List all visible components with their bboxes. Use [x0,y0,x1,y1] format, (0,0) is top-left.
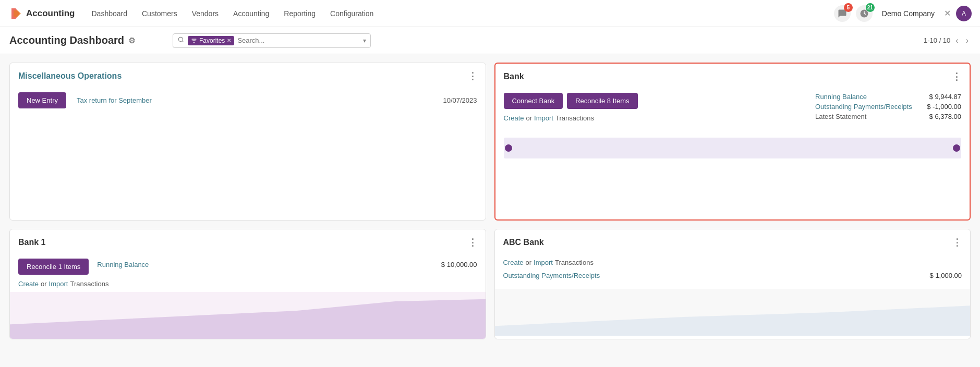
create-link[interactable]: Create [504,114,524,122]
nav-item-vendors[interactable]: Vendors [186,6,225,21]
top-nav: Accounting Dashboard Customers Vendors A… [0,0,980,27]
abc-or-text: or [526,259,532,266]
outstanding-value: $ -1,000.00 [927,103,961,111]
main-content: Miscellaneous Operations ⋮ New Entry Tax… [0,54,980,348]
abc-top-row: Create or Import Transactions [503,259,962,266]
messages-badge[interactable]: 5 [834,5,851,22]
abc-card-title: ABC Bank [503,238,544,247]
bank-card-title: Bank [504,72,524,81]
abc-links: Create or Import Transactions [503,259,594,266]
bank1-balance-row: Running Balance $ 10,000.00 [97,261,477,268]
tax-return-link[interactable]: Tax return for September [77,96,152,104]
app-logo-icon [8,6,23,21]
close-icon[interactable]: ✕ [944,8,951,18]
bank1-chart [9,292,486,339]
misc-card-header: Miscellaneous Operations ⋮ [10,63,486,87]
bank-card-header: Bank ⋮ [495,64,970,88]
misc-card-title: Miscellaneous Operations [18,71,122,81]
latest-statement-label: Latest Statement [815,113,866,120]
running-balance-value: $ 9,944.87 [929,93,961,101]
nav-menu: Dashboard Customers Vendors Accounting R… [86,6,830,21]
reconcile1-items-button[interactable]: Reconcile 1 Items [18,259,89,275]
misc-card-body: New Entry Tax return for September 10/07… [10,87,486,116]
bank1-or-text: or [41,280,47,288]
app-name: Accounting [26,8,75,19]
bank1-card: Bank 1 ⋮ Reconcile 1 Items Running Balan… [9,229,486,339]
pagination-text: 1-10 / 10 [924,36,950,44]
abc-transactions-text: Transactions [555,259,594,266]
nav-item-dashboard[interactable]: Dashboard [86,6,134,21]
abc-card-header: ABC Bank ⋮ [495,229,971,253]
running-balance-label: Running Balance [815,93,867,101]
bank-card: Bank ⋮ Connect Bank Reconcile 8 Items Cr… [494,63,971,221]
search-icon [177,36,185,45]
misc-date: 10/07/2023 [443,96,477,104]
scroll-thumb-right [953,144,960,152]
misc-chart-placeholder [10,116,486,220]
connect-bank-button[interactable]: Connect Bank [504,93,563,109]
nav-item-customers[interactable]: Customers [136,6,184,21]
bank1-running-balance-value: $ 10,000.00 [441,261,477,268]
bank-card-menu-icon[interactable]: ⋮ [952,71,961,82]
bank1-links: Create or Import Transactions [18,280,477,288]
bank1-chart-fill [9,292,486,339]
pagination: 1-10 / 10 ‹ › [924,35,971,46]
latest-statement-row: Latest Statement $ 6,378.00 [815,113,961,120]
messages-count: 5 [844,3,853,12]
bank1-card-title: Bank 1 [18,238,45,247]
abc-bank-card: ABC Bank ⋮ Create or Import Transactions… [494,229,971,339]
abc-chart-fill [494,289,971,336]
running-balance-row: Running Balance $ 9,944.87 [815,93,961,101]
page-title: Accounting Dashboard [9,34,124,46]
abc-card-body: Create or Import Transactions Outstandin… [495,253,971,285]
outstanding-label: Outstanding Payments/Receipts [815,103,912,111]
bank-links: Create or Import Transactions [504,114,638,122]
abc-outstanding-label: Outstanding Payments/Receipts [503,272,600,279]
activity-count: 21 [866,3,875,12]
bank1-card-menu-icon[interactable]: ⋮ [468,237,477,248]
import-link[interactable]: Import [534,114,553,122]
filter-close-icon[interactable]: ✕ [227,38,231,43]
next-page-button[interactable]: › [964,35,971,46]
or-text: or [526,114,533,122]
abc-chart [494,289,971,336]
activity-badge[interactable]: 21 [856,5,873,22]
nav-item-reporting[interactable]: Reporting [277,6,322,21]
search-dropdown-arrow[interactable]: ▾ [363,37,366,44]
bank1-import-link[interactable]: Import [49,280,68,288]
outstanding-row: Outstanding Payments/Receipts $ -1,000.0… [815,103,961,111]
bank-buttons: Connect Bank Reconcile 8 Items [504,93,638,109]
bank-card-right: Running Balance $ 9,944.87 Outstanding P… [815,93,961,122]
bank1-create-link[interactable]: Create [18,280,39,288]
transactions-text: Transactions [555,114,594,122]
nav-item-configuration[interactable]: Configuration [324,6,380,21]
bank1-transactions-text: Transactions [70,280,108,288]
bank1-card-body: Reconcile 1 Items Running Balance $ 10,0… [10,253,486,288]
misc-operations-card: Miscellaneous Operations ⋮ New Entry Tax… [9,63,486,221]
filter-label: Favorites [199,37,225,44]
bank1-top-row: Reconcile 1 Items Running Balance $ 10,0… [18,259,477,275]
reconcile-items-button[interactable]: Reconcile 8 Items [567,93,637,109]
search-bar: Favorites ✕ ▾ [173,33,371,48]
abc-import-link[interactable]: Import [534,259,553,266]
nav-item-accounting[interactable]: Accounting [227,6,275,21]
abc-create-link[interactable]: Create [503,259,524,266]
abc-outstanding-value: $ 1,000.00 [930,272,962,279]
search-input[interactable] [237,36,358,44]
bank1-card-header: Bank 1 ⋮ [10,229,486,253]
bank-scroll-area[interactable] [504,138,962,158]
bank-scroll-container [495,129,970,165]
nav-right: 5 21 Demo Company ✕ A [834,5,972,22]
user-avatar[interactable]: A [956,6,972,21]
new-entry-button[interactable]: New Entry [18,92,66,108]
prev-page-button[interactable]: ‹ [953,35,960,46]
abc-card-menu-icon[interactable]: ⋮ [952,237,962,248]
misc-card-menu-icon[interactable]: ⋮ [468,70,477,82]
nav-logo: Accounting [8,6,81,21]
page-title-area: Accounting Dashboard ⚙ [9,34,135,46]
abc-balance-row: Outstanding Payments/Receipts $ 1,000.00 [503,272,962,279]
filter-icon [191,38,197,44]
bank-card-body: Connect Bank Reconcile 8 Items Create or… [495,88,970,129]
settings-icon[interactable]: ⚙ [128,36,135,45]
filter-tag[interactable]: Favorites ✕ [188,36,234,45]
